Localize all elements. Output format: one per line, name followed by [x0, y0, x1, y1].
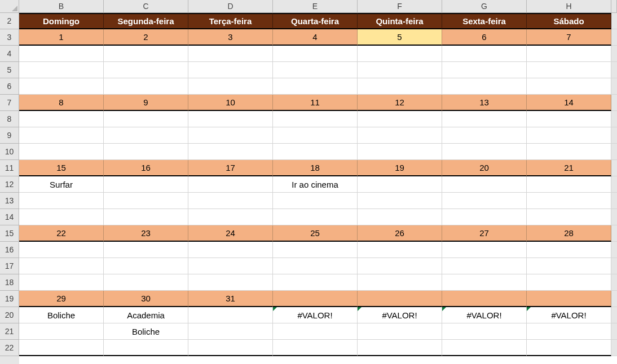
cell-E16[interactable] [273, 242, 358, 258]
cell-G12[interactable] [442, 176, 527, 193]
cell-C20[interactable]: Academia [104, 307, 188, 323]
row-header-8[interactable]: 8 [0, 111, 19, 127]
cell-G21[interactable] [442, 323, 527, 340]
cell-E18[interactable] [273, 274, 358, 291]
cell-H10[interactable] [527, 144, 611, 160]
cell-E21[interactable] [273, 323, 358, 340]
cell-H2[interactable]: Sábado [527, 13, 611, 29]
cell-D19[interactable]: 31 [188, 291, 273, 307]
cell-B2[interactable]: Domingo [19, 13, 104, 29]
cell-F15[interactable]: 26 [358, 225, 442, 242]
cell-F14[interactable] [358, 209, 442, 225]
cell-G22[interactable] [442, 340, 527, 356]
cell-E2[interactable]: Quarta-feira [273, 13, 358, 29]
cell-E14[interactable] [273, 209, 358, 225]
cell-B18[interactable] [19, 274, 104, 291]
cell-H13[interactable] [527, 193, 611, 209]
cell-D3[interactable]: 3 [188, 29, 273, 46]
cell-F5[interactable] [358, 62, 442, 78]
cell-B19[interactable]: 29 [19, 291, 104, 307]
cell-H15[interactable]: 28 [527, 225, 611, 242]
row-header-9[interactable]: 9 [0, 127, 19, 144]
select-all-corner[interactable] [0, 0, 19, 13]
cell-D11[interactable]: 17 [188, 160, 273, 176]
cell-E13[interactable] [273, 193, 358, 209]
row-header-17[interactable]: 17 [0, 258, 19, 274]
cell-G19[interactable] [442, 291, 527, 307]
cell-F10[interactable] [358, 144, 442, 160]
cell-F22[interactable] [358, 340, 442, 356]
row-header-5[interactable]: 5 [0, 62, 19, 78]
cell-D18[interactable] [188, 274, 273, 291]
cell-B20[interactable]: Boliche [19, 307, 104, 323]
cell-D6[interactable] [188, 78, 273, 95]
cell-G2[interactable]: Sexta-feira [442, 13, 527, 29]
row-header-3[interactable]: 3 [0, 29, 19, 46]
cell-D15[interactable]: 24 [188, 225, 273, 242]
cell-G20[interactable]: #VALOR! [442, 307, 527, 323]
cell-C15[interactable]: 23 [104, 225, 188, 242]
cell-D22[interactable] [188, 340, 273, 356]
cell-D16[interactable] [188, 242, 273, 258]
cell-B12[interactable]: Surfar [19, 176, 104, 193]
row-header-18[interactable]: 18 [0, 274, 19, 291]
cell-B14[interactable] [19, 209, 104, 225]
cell-D13[interactable] [188, 193, 273, 209]
cell-B13[interactable] [19, 193, 104, 209]
cell-C8[interactable] [104, 111, 188, 127]
cell-G7[interactable]: 13 [442, 95, 527, 111]
row-header-14[interactable]: 14 [0, 209, 19, 225]
cell-B6[interactable] [19, 78, 104, 95]
cell-D8[interactable] [188, 111, 273, 127]
cell-E5[interactable] [273, 62, 358, 78]
cell-E17[interactable] [273, 258, 358, 274]
cell-H21[interactable] [527, 323, 611, 340]
column-header-B[interactable]: B [19, 0, 104, 13]
cell-E6[interactable] [273, 78, 358, 95]
cell-G4[interactable] [442, 46, 527, 62]
cell-E20[interactable]: #VALOR! [273, 307, 358, 323]
cell-G10[interactable] [442, 144, 527, 160]
cell-F19[interactable] [358, 291, 442, 307]
cell-D21[interactable] [188, 323, 273, 340]
cell-H22[interactable] [527, 340, 611, 356]
cell-H8[interactable] [527, 111, 611, 127]
cell-H9[interactable] [527, 127, 611, 144]
cell-C16[interactable] [104, 242, 188, 258]
cell-D2[interactable]: Terça-feira [188, 13, 273, 29]
cell-H19[interactable] [527, 291, 611, 307]
cell-H7[interactable]: 14 [527, 95, 611, 111]
cell-C19[interactable]: 30 [104, 291, 188, 307]
cell-B15[interactable]: 22 [19, 225, 104, 242]
row-header-16[interactable]: 16 [0, 242, 19, 258]
cell-B7[interactable]: 8 [19, 95, 104, 111]
column-header-D[interactable]: D [188, 0, 273, 13]
cell-G6[interactable] [442, 78, 527, 95]
cell-C10[interactable] [104, 144, 188, 160]
row-header-2[interactable]: 2 [0, 13, 19, 29]
cell-C7[interactable]: 9 [104, 95, 188, 111]
cell-F18[interactable] [358, 274, 442, 291]
cell-E4[interactable] [273, 46, 358, 62]
cell-E8[interactable] [273, 111, 358, 127]
cell-D4[interactable] [188, 46, 273, 62]
cell-D17[interactable] [188, 258, 273, 274]
cell-G3[interactable]: 6 [442, 29, 527, 46]
cell-B16[interactable] [19, 242, 104, 258]
cell-E9[interactable] [273, 127, 358, 144]
cell-B11[interactable]: 15 [19, 160, 104, 176]
cell-F17[interactable] [358, 258, 442, 274]
cell-C12[interactable] [104, 176, 188, 193]
cell-G9[interactable] [442, 127, 527, 144]
cell-F3[interactable]: 5 [358, 29, 442, 46]
row-header-6[interactable]: 6 [0, 78, 19, 95]
cell-D12[interactable] [188, 176, 273, 193]
cell-C18[interactable] [104, 274, 188, 291]
cell-C21[interactable]: Boliche [104, 323, 188, 340]
cell-H3[interactable]: 7 [527, 29, 611, 46]
cell-F2[interactable]: Quinta-feira [358, 13, 442, 29]
cell-D7[interactable]: 10 [188, 95, 273, 111]
cell-B10[interactable] [19, 144, 104, 160]
cell-G18[interactable] [442, 274, 527, 291]
cell-H17[interactable] [527, 258, 611, 274]
